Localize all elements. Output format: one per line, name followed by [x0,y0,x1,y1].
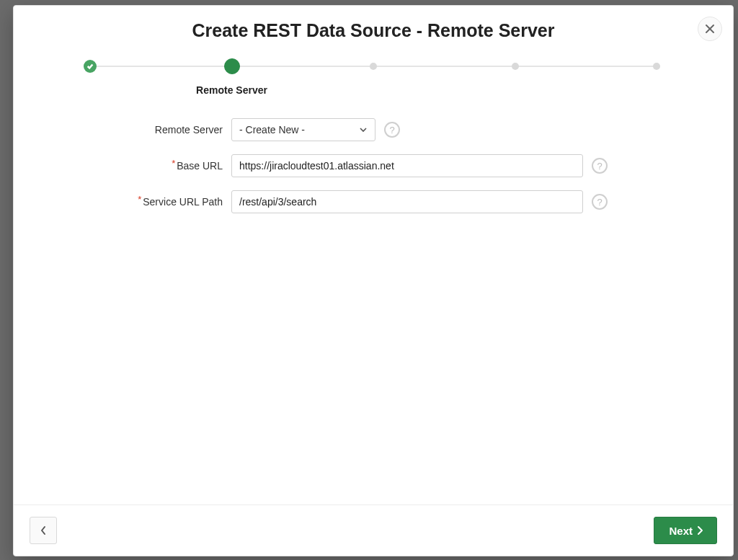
check-icon [86,63,94,70]
base-url-label-text: Base URL [177,160,223,172]
service-url-path-label-text: Service URL Path [143,196,223,208]
close-button[interactable] [698,17,722,41]
create-rest-data-source-dialog: Create REST Data Source - Remote Server [13,5,734,556]
chevron-left-icon [40,525,47,535]
required-marker: * [138,194,141,205]
wizard-progress: Remote Server [14,45,733,102]
dialog-header: Create REST Data Source - Remote Server [14,6,733,45]
remote-server-label: Remote Server [93,124,231,135]
service-url-path-input[interactable] [231,190,583,213]
back-button[interactable] [30,517,57,544]
step-pending-icon [512,63,519,70]
help-icon: ? [597,161,602,172]
wizard-step-4 [508,60,523,96]
help-icon: ? [389,125,394,135]
base-url-help[interactable]: ? [592,158,608,174]
chevron-right-icon [697,525,703,535]
step-pending-icon [653,63,660,70]
step-current-icon [224,58,240,74]
next-button-label: Next [669,525,693,537]
dialog-footer: Next [14,505,733,556]
form-body: Remote Server - Create New - ? *Base URL… [14,102,733,505]
service-url-path-help[interactable]: ? [592,194,608,210]
remote-server-row: Remote Server - Create New - ? [93,118,654,141]
service-url-path-row: *Service URL Path ? [93,190,654,213]
base-url-input[interactable] [231,154,583,177]
close-icon [705,24,715,34]
wizard-step-2: Remote Server [225,60,239,96]
wizard-step-3 [366,60,381,96]
remote-server-select[interactable]: - Create New - [231,118,375,141]
wizard-step-label: Remote Server [196,84,267,96]
help-icon: ? [597,197,602,208]
dialog-title: Create REST Data Source - Remote Server [35,20,711,41]
required-marker: * [172,158,175,169]
step-pending-icon [370,63,377,70]
step-done-icon [84,60,97,73]
base-url-label: *Base URL [93,160,231,172]
service-url-path-label: *Service URL Path [93,196,231,208]
wizard-step-1 [83,60,97,96]
wizard-step-5 [649,60,664,96]
remote-server-select-wrap: - Create New - [231,118,375,141]
base-url-row: *Base URL ? [93,154,654,177]
remote-server-help[interactable]: ? [384,122,400,138]
next-button[interactable]: Next [654,517,717,544]
